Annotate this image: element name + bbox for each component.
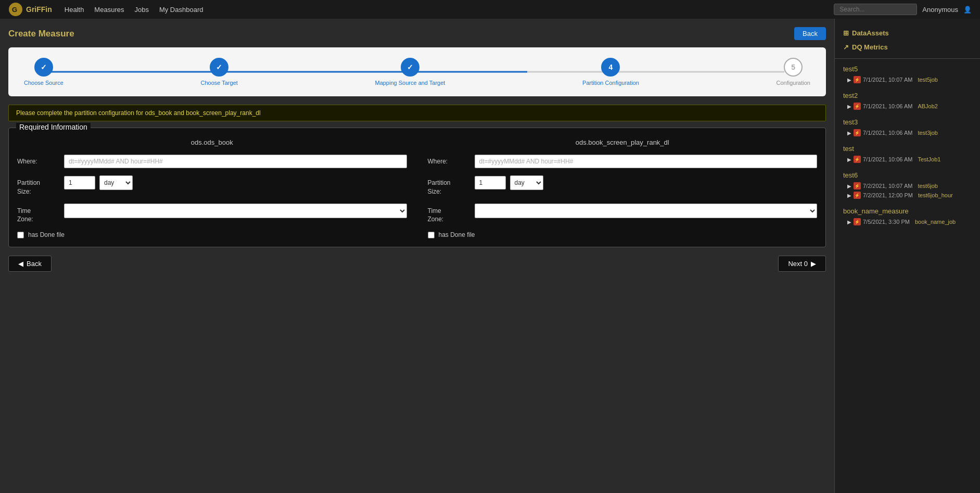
stepper-track-fill: [50, 71, 527, 73]
step-2-circle: ✓: [210, 58, 228, 77]
page-title: Create Measure: [8, 29, 74, 39]
user-label: Anonymous: [922, 6, 958, 14]
left-done-file-row: has Done file: [17, 231, 407, 238]
job-time: 7/1/2021, 10:06 AM: [863, 130, 912, 136]
griffin-logo-icon: G: [8, 2, 23, 17]
step-3-circle: ✓: [401, 58, 419, 77]
svg-text:G: G: [12, 6, 17, 14]
right-timezone-label: TimeZone:: [428, 204, 469, 224]
sidebar-group-test3: test3 ▶ ⚡ 7/1/2021, 10:06 AM test3job: [835, 116, 980, 137]
job-name: test3job: [918, 130, 938, 136]
right-day-select[interactable]: day hour week month: [510, 175, 543, 190]
step-3-label: Mapping Source and Target: [375, 80, 445, 86]
data-assets-section[interactable]: ⊞ DataAssets: [835, 26, 980, 40]
expand-arrow: ▶: [847, 130, 851, 136]
right-partition-row: PartitionSize: day hour week month: [428, 175, 818, 196]
group-title-test6[interactable]: test6: [835, 169, 980, 181]
group-title-test[interactable]: test: [835, 143, 980, 155]
right-partition-number[interactable]: [475, 176, 506, 189]
chart-icon: ↗: [843, 43, 849, 51]
next-button[interactable]: Next 0 ▶: [778, 256, 826, 272]
job-status-icon: ⚡: [854, 76, 861, 83]
back-top-button[interactable]: Back: [794, 27, 826, 40]
job-name: test5job: [918, 77, 938, 83]
app-name: GriFFin: [26, 5, 52, 14]
next-button-label: Next 0: [788, 260, 808, 268]
step-2: ✓ Choose Target: [200, 58, 237, 86]
right-where-label: Where:: [428, 155, 469, 165]
job-status-icon: ⚡: [854, 218, 861, 225]
job-time: 7/1/2021, 10:06 AM: [863, 103, 912, 109]
right-timezone-select[interactable]: [475, 204, 818, 218]
step-5: 5 Configuration: [777, 58, 810, 86]
job-status-icon: ⚡: [854, 103, 861, 110]
back-arrow-icon: ◀: [18, 260, 23, 268]
sidebar-job-test6job[interactable]: ▶ ⚡ 7/2/2021, 10:07 AM test6job: [835, 181, 980, 191]
sidebar-job-testjob1[interactable]: ▶ ⚡ 7/1/2021, 10:06 AM TestJob1: [835, 155, 980, 164]
nav-dashboard[interactable]: My Dashboard: [159, 6, 203, 14]
dq-metrics-section[interactable]: ↗ DQ Metrics: [835, 40, 980, 54]
expand-arrow: ▶: [847, 157, 851, 162]
sidebar-job-test5job[interactable]: ▶ ⚡ 7/1/2021, 10:07 AM test5job: [835, 75, 980, 84]
right-where-input[interactable]: [475, 155, 818, 168]
job-status-icon: ⚡: [854, 192, 861, 199]
left-done-file-checkbox[interactable]: [17, 232, 24, 238]
sidebar-group-test: test ▶ ⚡ 7/1/2021, 10:06 AM TestJob1: [835, 143, 980, 164]
content-area: Create Measure Back ✓ Choose Source ✓ Ch…: [0, 19, 834, 493]
sidebar-job-test3job[interactable]: ▶ ⚡ 7/1/2021, 10:06 AM test3job: [835, 128, 980, 137]
job-status-icon: ⚡: [854, 156, 861, 163]
left-timezone-select[interactable]: [64, 204, 407, 218]
next-arrow-icon: ▶: [811, 260, 816, 268]
group-title-test2[interactable]: test2: [835, 90, 980, 102]
job-status-icon: ⚡: [854, 182, 861, 189]
sidebar-job-test6job-hour[interactable]: ▶ ⚡ 7/2/2021, 12:00 PM test6job_hour: [835, 191, 980, 200]
step-2-label: Choose Target: [200, 80, 237, 86]
right-done-file-label: has Done file: [439, 231, 475, 238]
nav-measures[interactable]: Measures: [94, 6, 124, 14]
step-5-label: Configuration: [777, 80, 810, 86]
group-title-test5[interactable]: test5: [835, 63, 980, 75]
job-name: test6job_hour: [918, 192, 953, 198]
job-name: book_name_job: [915, 219, 956, 225]
sidebar-job-book-name-job[interactable]: ▶ ⚡ 7/5/2021, 3:30 PM book_name_job: [835, 217, 980, 226]
expand-arrow: ▶: [847, 104, 851, 109]
warning-bar: Please complete the partition configurat…: [8, 105, 826, 121]
nav-right: Anonymous 👤: [834, 4, 972, 15]
search-input[interactable]: [834, 4, 917, 15]
left-where-input[interactable]: [64, 155, 407, 168]
job-name: ABJob2: [918, 103, 938, 109]
back-button[interactable]: ◀ Back: [8, 256, 52, 272]
sidebar-group-test5: test5 ▶ ⚡ 7/1/2021, 10:07 AM test5job: [835, 63, 980, 84]
right-done-file-row: has Done file: [428, 231, 818, 238]
left-partition-row: PartitionSize: day hour week month: [17, 175, 407, 196]
nav-health[interactable]: Health: [65, 6, 84, 14]
right-table-title: ods.book_screen_play_rank_dl: [428, 138, 818, 146]
sidebar-divider: [835, 58, 980, 59]
right-sidebar: ⊞ DataAssets ↗ DQ Metrics test5 ▶ ⚡ 7/1/…: [834, 19, 980, 493]
sidebar-group-test6: test6 ▶ ⚡ 7/2/2021, 10:07 AM test6job ▶ …: [835, 169, 980, 200]
app-logo: G GriFFin: [8, 2, 52, 17]
required-info-box: Required Information ods.ods_book Where:…: [8, 128, 826, 247]
step-4: 4 Partition Configuration: [582, 58, 639, 86]
left-where-label: Where:: [17, 155, 59, 165]
left-table-title: ods.ods_book: [17, 138, 407, 146]
stepper: ✓ Choose Source ✓ Choose Target ✓ Mappin…: [8, 47, 826, 96]
sidebar-job-abjob2[interactable]: ▶ ⚡ 7/1/2021, 10:06 AM ABJob2: [835, 102, 980, 111]
right-where-row: Where:: [428, 155, 818, 168]
right-done-file-checkbox[interactable]: [428, 232, 435, 238]
left-partition-number[interactable]: [64, 176, 95, 189]
job-name: test6job: [918, 183, 938, 189]
step-1-circle: ✓: [34, 58, 53, 77]
group-title-test3[interactable]: test3: [835, 116, 980, 128]
req-info-title: Required Information: [16, 123, 91, 131]
group-title-book-name[interactable]: book_name_measure: [835, 205, 980, 217]
left-timezone-label: TimeZone:: [17, 204, 59, 224]
expand-arrow: ▶: [847, 77, 851, 83]
main-layout: Create Measure Back ✓ Choose Source ✓ Ch…: [0, 19, 980, 493]
left-day-select[interactable]: day hour week month: [99, 175, 133, 190]
job-time: 7/5/2021, 3:30 PM: [863, 219, 910, 225]
dq-metrics-label: DQ Metrics: [852, 43, 888, 51]
nav-jobs[interactable]: Jobs: [134, 6, 148, 14]
left-where-row: Where:: [17, 155, 407, 168]
sidebar-group-book-name: book_name_measure ▶ ⚡ 7/5/2021, 3:30 PM …: [835, 205, 980, 226]
